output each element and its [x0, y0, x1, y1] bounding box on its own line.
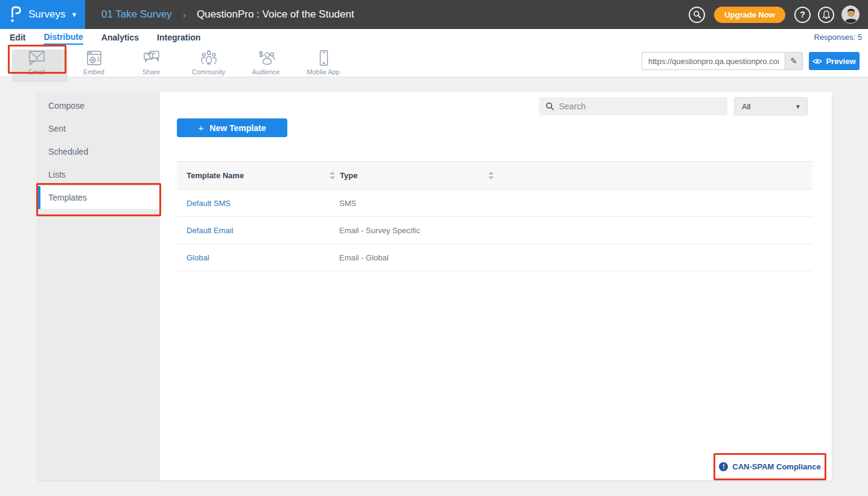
- table-row: Default Email Email - Survey Specific: [177, 217, 812, 244]
- nav-tabs: Edit Distribute Analytics Integration: [10, 29, 219, 46]
- page-title: QuestionPro : Voice of the Student: [197, 8, 354, 21]
- info-icon: [719, 462, 728, 471]
- envelope-icon: [28, 50, 46, 66]
- toolbar-item-label: Mobile App: [307, 68, 339, 76]
- templates-table: Template Name Type Default SMS SMS Defau…: [177, 161, 812, 271]
- table-row: Global Email - Global: [177, 244, 812, 271]
- chevron-down-icon: ▼: [71, 11, 77, 18]
- table-row: Default SMS SMS: [177, 190, 812, 217]
- toolbar-item-label: Email: [28, 68, 45, 76]
- avatar-photo: [842, 6, 860, 24]
- svg-text:$: $: [259, 50, 264, 59]
- user-avatar[interactable]: [841, 5, 860, 24]
- toolbar-item-label: Audience: [252, 68, 280, 76]
- template-name-link[interactable]: Default SMS: [187, 199, 339, 208]
- search-input[interactable]: [559, 98, 727, 115]
- upgrade-now-button[interactable]: Upgrade Now: [714, 7, 785, 23]
- toolbar-item-share[interactable]: Share: [123, 48, 180, 76]
- table-header-row: Template Name Type: [177, 161, 812, 190]
- new-template-button[interactable]: + New Template: [177, 118, 287, 137]
- column-type: Type: [340, 171, 483, 180]
- notifications-button[interactable]: [818, 7, 834, 23]
- sidebar-item-sent[interactable]: Sent: [38, 117, 160, 140]
- breadcrumb-separator: ›: [183, 10, 186, 20]
- eye-icon: [812, 58, 822, 65]
- breadcrumb: 01 Take Survey › QuestionPro : Voice of …: [101, 0, 354, 29]
- type-filter-dropdown[interactable]: All ▼: [734, 97, 808, 115]
- plus-icon: +: [199, 123, 204, 133]
- product-switcher[interactable]: Surveys ▼: [0, 0, 85, 29]
- help-button[interactable]: [794, 7, 811, 23]
- top-bar: Surveys ▼ 01 Take Survey › QuestionPro :…: [0, 0, 868, 29]
- tab-integration[interactable]: Integration: [157, 31, 200, 44]
- column-template-name: Template Name: [187, 171, 330, 180]
- email-sidebar: Compose Sent Scheduled Lists Templates: [38, 92, 160, 480]
- toolbar-item-audience[interactable]: $ Audience: [237, 48, 295, 76]
- audience-icon: $: [257, 50, 275, 66]
- bell-icon: [822, 10, 831, 19]
- responses-count[interactable]: Responses: 5: [814, 33, 863, 42]
- share-icon: [142, 50, 161, 66]
- filter-selected-value: All: [742, 102, 795, 111]
- sidebar-item-scheduled[interactable]: Scheduled: [38, 140, 160, 163]
- search-icon: [693, 10, 701, 19]
- toolbar-items: Email Em: [8, 48, 352, 76]
- preview-button[interactable]: Preview: [809, 52, 860, 70]
- email-templates-panel: Compose Sent Scheduled Lists Templates +…: [38, 92, 832, 480]
- toolbar-item-label: Community: [192, 68, 226, 76]
- breadcrumb-survey-link[interactable]: 01 Take Survey: [101, 8, 172, 21]
- survey-url-input[interactable]: [642, 52, 785, 70]
- sidebar-item-compose[interactable]: Compose: [38, 94, 160, 117]
- template-type: Email - Survey Specific: [339, 226, 420, 235]
- toolbar-item-email[interactable]: Email: [8, 48, 65, 76]
- questionpro-logo-icon: [8, 5, 23, 24]
- toolbar-item-community[interactable]: Community: [180, 48, 237, 76]
- template-name-link[interactable]: Global: [187, 253, 339, 262]
- tab-distribute[interactable]: Distribute: [43, 30, 83, 45]
- toolbar-item-label: Share: [142, 68, 160, 76]
- template-type: Email - Global: [339, 253, 389, 262]
- sidebar-item-templates[interactable]: Templates: [38, 186, 160, 209]
- template-search: [539, 97, 727, 115]
- toolbar-item-embed[interactable]: Embed: [65, 48, 123, 76]
- can-spam-compliance-link[interactable]: CAN-SPAM Compliance: [713, 453, 826, 480]
- sidebar-item-lists[interactable]: Lists: [38, 163, 160, 186]
- app-window: Surveys ▼ 01 Take Survey › QuestionPro :…: [0, 0, 868, 496]
- toolbar-item-mobile-app[interactable]: Mobile App: [295, 48, 352, 76]
- topbar-actions: Upgrade Now: [689, 0, 860, 29]
- sort-icon[interactable]: [488, 172, 494, 179]
- survey-nav: Edit Distribute Analytics Integration Re…: [0, 29, 868, 46]
- preview-label: Preview: [826, 57, 855, 66]
- tab-analytics[interactable]: Analytics: [101, 31, 139, 44]
- tab-edit[interactable]: Edit: [10, 31, 25, 44]
- distribute-toolbar: Email Em: [0, 46, 868, 77]
- new-template-label: New Template: [209, 123, 266, 133]
- edit-url-button[interactable]: [785, 52, 803, 70]
- product-name: Surveys: [28, 8, 65, 21]
- search-icon: [546, 102, 554, 111]
- sort-icon[interactable]: [330, 172, 335, 179]
- survey-url-group: [642, 52, 803, 70]
- can-spam-label: CAN-SPAM Compliance: [732, 462, 820, 471]
- search-button[interactable]: [689, 7, 705, 23]
- template-name-link[interactable]: Default Email: [187, 226, 339, 235]
- toolbar-item-label: Embed: [83, 68, 104, 76]
- embed-icon: [86, 50, 102, 66]
- template-type: SMS: [339, 199, 356, 208]
- chevron-down-icon: ▼: [795, 103, 801, 110]
- community-icon: [200, 50, 218, 66]
- mobile-icon: [314, 50, 333, 66]
